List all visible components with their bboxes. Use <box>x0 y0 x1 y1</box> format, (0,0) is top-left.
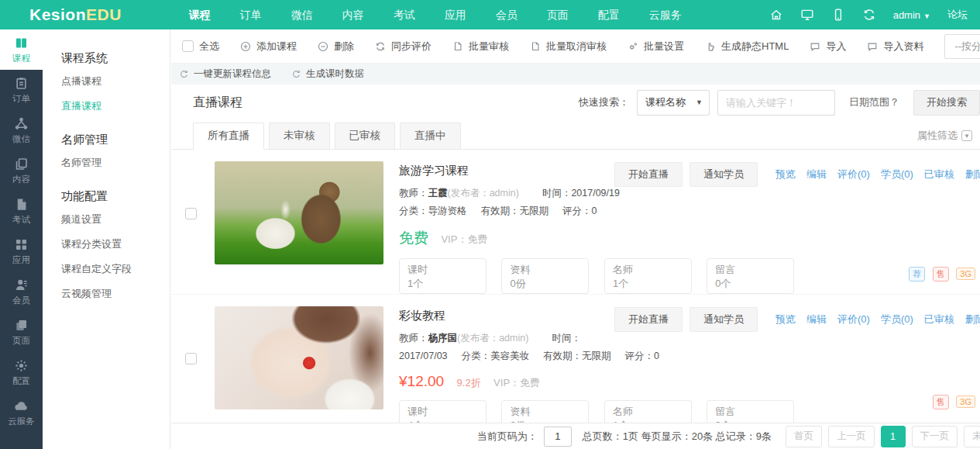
nav-item-orders[interactable]: 订单 <box>232 0 270 29</box>
badge-3g: 3G <box>956 395 975 408</box>
rail-item-config[interactable]: 配置 <box>0 352 43 392</box>
submenu-item-category-settings[interactable]: 课程分类设置 <box>61 232 170 257</box>
course-price: 免费 <box>399 230 428 246</box>
meta-date: 2017/07/03 <box>399 351 448 361</box>
meta-category: 分类：美容美妆 <box>462 351 530 361</box>
submenu-item-live-courses[interactable]: 直播课程 <box>61 94 170 119</box>
course-actions: 开始直播 通知学员 预览 编辑 评价(0) 学员(0) 已审核 删除 直播中 <box>614 162 980 187</box>
import-data-button[interactable]: 导入资料 <box>867 40 923 54</box>
link-approved[interactable]: 已审核 <box>924 168 954 181</box>
link-delete[interactable]: 删除 <box>965 168 980 181</box>
user-icon <box>14 278 29 292</box>
chat-icon <box>810 41 820 52</box>
start-live-button[interactable]: 开始直播 <box>614 307 683 332</box>
notify-students-button[interactable]: 通知学员 <box>689 307 758 332</box>
course-thumbnail[interactable] <box>215 306 383 409</box>
rail-item-apps[interactable]: 应用 <box>0 231 43 271</box>
desktop-icon[interactable] <box>800 8 814 22</box>
generate-lesson-data-button[interactable]: 生成课时数据 <box>291 67 364 81</box>
notify-students-button[interactable]: 通知学员 <box>689 162 758 187</box>
search-button[interactable]: 开始搜索 <box>913 90 980 116</box>
add-course-button[interactable]: 添加课程 <box>240 40 297 54</box>
link-students[interactable]: 学员(0) <box>881 168 913 181</box>
tab-living[interactable]: 直播中 <box>400 123 461 149</box>
course-thumbnail[interactable] <box>215 161 383 264</box>
next-page-button[interactable]: 下一页 <box>912 426 958 447</box>
nav-item-wechat[interactable]: 微信 <box>283 0 322 29</box>
rail-item-content[interactable]: 内容 <box>0 150 43 191</box>
tab-unapproved[interactable]: 未审核 <box>269 123 330 149</box>
submenu-item-custom-fields[interactable]: 课程自定义字段 <box>61 257 170 281</box>
nav-item-exam[interactable]: 考试 <box>385 0 424 29</box>
title-row: 直播课程 快速搜索： 课程名称▼ 日期范围？ 开始搜索 <box>171 85 980 120</box>
rail-item-members[interactable]: 会员 <box>0 271 43 312</box>
start-live-button[interactable]: 开始直播 <box>614 162 683 187</box>
link-edit[interactable]: 编辑 <box>806 168 827 181</box>
course-badges: 荐 售 3G <box>905 266 975 281</box>
submenu-item-vod-courses[interactable]: 点播课程 <box>61 69 170 94</box>
tab-all-live[interactable]: 所有直播 <box>193 123 264 150</box>
link-rating[interactable]: 评价(0) <box>837 313 870 326</box>
rail-item-cloud[interactable]: 云服务 <box>0 392 43 433</box>
rail-item-orders[interactable]: 订单 <box>0 70 43 110</box>
page-title: 直播课程 <box>193 95 242 111</box>
link-preview[interactable]: 预览 <box>775 168 796 181</box>
nav-item-members[interactable]: 会员 <box>487 0 526 29</box>
refresh-icon[interactable] <box>862 8 876 22</box>
sync-rating-button[interactable]: 同步评价 <box>375 40 432 54</box>
rail-item-wechat[interactable]: 微信 <box>0 110 43 150</box>
current-page-label: 当前页码为： <box>477 430 538 444</box>
nav-item-courses[interactable]: 课程 <box>181 0 219 29</box>
last-page-button[interactable]: 末页 <box>964 426 980 447</box>
stat-materials: 资料0份 <box>501 258 589 294</box>
attribute-filter[interactable]: 属性筛选▾ <box>917 129 980 143</box>
link-edit[interactable]: 编辑 <box>806 313 827 326</box>
date-range-link[interactable]: 日期范围？ <box>849 95 899 109</box>
submenu-item-cloud-video[interactable]: 云视频管理 <box>61 281 170 306</box>
course-checkbox[interactable] <box>185 208 197 219</box>
category-filter-select[interactable]: --按分类查看-- <box>944 34 980 59</box>
home-icon[interactable] <box>769 8 783 22</box>
rail-item-pages[interactable]: 页面 <box>0 312 43 352</box>
forum-link[interactable]: 论坛 <box>947 8 968 22</box>
chevron-down-icon: ▼ <box>923 12 930 20</box>
link-students[interactable]: 学员(0) <box>881 313 913 326</box>
batch-settings-button[interactable]: 批量设置 <box>628 40 684 54</box>
batch-unapprove-button[interactable]: 批量取消审核 <box>530 40 607 54</box>
import-button[interactable]: 导入 <box>810 40 846 54</box>
link-approved[interactable]: 已审核 <box>924 313 954 326</box>
link-delete[interactable]: 删除 <box>965 313 980 326</box>
plus-circle-icon <box>240 41 251 52</box>
nav-item-pages[interactable]: 页面 <box>538 0 577 29</box>
rail-item-exam[interactable]: 考试 <box>0 191 43 231</box>
link-rating[interactable]: 评价(0) <box>837 168 870 181</box>
batch-approve-button[interactable]: 批量审核 <box>452 40 509 54</box>
course-meta-line1: 教师：王霞(发布者：admin)时间：2017/09/19 <box>399 185 980 202</box>
mobile-icon[interactable] <box>831 8 845 22</box>
submenu-item-teacher-mgmt[interactable]: 名师管理 <box>61 150 170 175</box>
delete-button[interactable]: 删除 <box>318 40 354 54</box>
nav-item-config[interactable]: 配置 <box>590 0 628 29</box>
current-page-input[interactable] <box>544 427 572 447</box>
select-all[interactable]: 全选 <box>182 40 219 54</box>
document-icon <box>452 41 463 52</box>
update-course-info-button[interactable]: 一键更新课程信息 <box>179 67 271 81</box>
course-checkbox[interactable] <box>185 353 197 364</box>
nav-item-apps[interactable]: 应用 <box>436 0 475 29</box>
meta-validity: 有效期：无限期 <box>543 351 611 361</box>
nav-item-cloud[interactable]: 云服务 <box>641 0 690 29</box>
select-all-checkbox[interactable] <box>182 40 194 52</box>
prev-page-button[interactable]: 上一页 <box>828 426 875 447</box>
first-page-button[interactable]: 首页 <box>786 426 822 447</box>
submenu-item-channel-settings[interactable]: 频道设置 <box>61 207 170 232</box>
nav-item-content[interactable]: 内容 <box>334 0 373 29</box>
generate-html-button[interactable]: 生成静态HTML <box>705 40 789 54</box>
link-preview[interactable]: 预览 <box>775 313 796 326</box>
logo[interactable]: KesionEDU <box>29 5 122 24</box>
admin-menu[interactable]: admin▼ <box>893 9 930 21</box>
tab-approved[interactable]: 已审核 <box>335 123 396 149</box>
search-keyword-input[interactable] <box>717 90 835 116</box>
page-1-button[interactable]: 1 <box>881 426 906 447</box>
search-field-select[interactable]: 课程名称▼ <box>637 90 710 116</box>
rail-item-courses[interactable]: 课程 <box>0 29 43 70</box>
